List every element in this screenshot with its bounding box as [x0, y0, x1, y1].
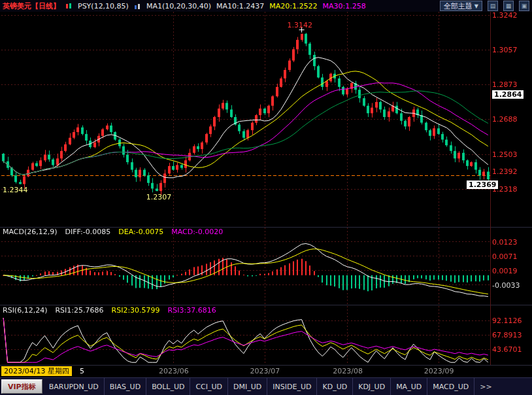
candles-icon[interactable] — [65, 3, 73, 10]
top-toolbar: 英镑美元【日线】 PSY(12,10,85) MA1(10,20,30,40) … — [0, 0, 532, 12]
macd-panel-header: MACD(26,12,9) DIFF:-0.0085 DEA:-0.0075 M… — [3, 228, 223, 236]
x-axis-month-label: 2023/08 — [333, 367, 363, 375]
ma30-value: MA30:1.258 — [322, 2, 365, 10]
ma-group-label[interactable]: MA1(10,20,30,40) — [146, 2, 211, 10]
macd-hist-value: MACD:-0.0020 — [171, 228, 223, 236]
date-badge: 2023/04/13 星期四 — [1, 366, 72, 376]
x-axis-month-label: 2023/06 — [159, 367, 189, 375]
psy-indicator-label[interactable]: PSY(12,10,85) — [78, 2, 129, 10]
price-tag: 1.2864 — [492, 90, 524, 99]
tab-dmi-ud[interactable]: DMI_UD — [228, 378, 267, 395]
rsi1-value: RSI1:25.7686 — [55, 306, 103, 315]
tab-boll-ud[interactable]: BOLL_UD — [146, 378, 190, 395]
tab-cci-ud[interactable]: CCI_UD — [190, 378, 228, 395]
macd-diff-value: DIFF:-0.0085 — [65, 228, 111, 236]
tab-ma-ud[interactable]: MA_UD — [391, 378, 427, 395]
tab-barupdn-ud[interactable]: BARUPDN_UD — [44, 378, 105, 395]
swing-low-label: 1.2344 — [3, 186, 28, 194]
price-axis-label: 1.3057 — [492, 46, 518, 54]
macd-axis-label: 0.0123 — [492, 238, 518, 247]
price-tag: 1.2369 — [467, 180, 498, 189]
chart-canvas[interactable] — [0, 0, 532, 395]
symbol-title: 英镑美元【日线】 — [3, 1, 60, 11]
macd-axis-label: 0.0019 — [492, 267, 518, 275]
rsi-axis-label: 67.8913 — [492, 331, 522, 339]
chevron-down-icon: ▼ — [474, 3, 478, 9]
ma10-value: MA10:1.2437 — [216, 2, 264, 10]
theme-selector[interactable]: 全部主题 ▼ — [440, 1, 482, 11]
price-axis-label: 1.2688 — [492, 115, 518, 124]
rsi-axis-label: 43.6701 — [492, 345, 522, 354]
x-axis-month-label: 2023/09 — [424, 367, 454, 375]
macd-params[interactable]: MACD(26,12,9) — [3, 228, 58, 236]
tab-macd-ud[interactable]: MACD_UD — [427, 378, 474, 395]
tab-bias-ud[interactable]: BIAS_UD — [105, 378, 146, 395]
ref-price-label: 1.2392 — [492, 167, 518, 176]
tab-inside-ud[interactable]: INSIDE_UD — [267, 378, 317, 395]
ma20-value: MA20:1.2522 — [269, 2, 317, 10]
x-axis-row: 2023/04/13 星期四 5 2023/06 2023/07 2023/08… — [0, 366, 532, 377]
macd-dea-value: DEA:-0.0075 — [118, 228, 163, 236]
more-tabs-button[interactable]: >> — [474, 378, 497, 395]
tab-vip-indicators[interactable]: VIP指标 — [1, 379, 42, 394]
rsi-panel-header: RSI(6,12,24) RSI1:25.7686 RSI2:30.5799 R… — [3, 306, 216, 315]
macd-axis-label: 0.0071 — [492, 252, 518, 261]
rsi2-value: RSI2:30.5799 — [112, 306, 160, 315]
rsi-axis-label: 92.1126 — [492, 317, 522, 325]
swing-high-label: 1.3142 — [288, 21, 313, 29]
theme-selector-label: 全部主题 — [444, 1, 473, 11]
indicator-tabbar: VIP指标 BARUPDN_UD BIAS_UD BOLL_UD CCI_UD … — [0, 377, 532, 395]
trading-terminal: 英镑美元【日线】 PSY(12,10,85) MA1(10,20,30,40) … — [0, 0, 532, 395]
rsi3-value: RSI3:37.6816 — [168, 306, 216, 315]
price-axis-label: 1.2503 — [492, 150, 518, 159]
rsi-params[interactable]: RSI(6,12,24) — [3, 306, 47, 315]
tab-kdj-ud[interactable]: KDJ_UD — [353, 378, 391, 395]
macd-axis-label: -0.0033 — [492, 281, 520, 290]
price-axis-label: 1.2873 — [492, 80, 518, 89]
ma-indicator-icon[interactable] — [134, 3, 141, 10]
swing-low-label: 1.2307 — [146, 193, 172, 201]
axis-extra-text: 5 — [80, 367, 84, 375]
layout-grid-icon[interactable]: ▦ — [503, 1, 514, 11]
layout-single-icon[interactable]: ▤ — [488, 1, 498, 11]
price-axis-label: 1.3242 — [492, 11, 518, 20]
tab-kd-ud[interactable]: KD_UD — [317, 378, 353, 395]
layout-full-icon[interactable]: ▣ — [519, 1, 529, 11]
x-axis-month-label: 2023/07 — [250, 367, 280, 375]
